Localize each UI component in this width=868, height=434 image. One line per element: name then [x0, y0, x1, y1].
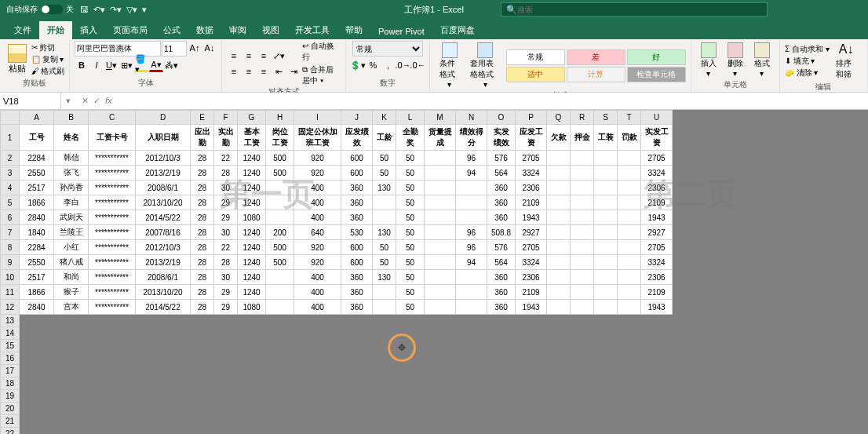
number-format-select[interactable]: 常规 [352, 41, 423, 57]
cell[interactable]: 920 [294, 240, 341, 255]
search-input[interactable] [517, 5, 762, 14]
tab-页面布局[interactable]: 页面布局 [105, 21, 155, 39]
namebox-dropdown-icon[interactable]: ▾ [61, 96, 75, 106]
cell[interactable] [547, 300, 571, 315]
cell[interactable]: 50 [396, 181, 425, 195]
cell[interactable]: 50 [396, 240, 425, 255]
increase-indent-icon[interactable]: ⇥ [286, 64, 301, 78]
cell[interactable] [618, 240, 641, 255]
enter-formula-icon[interactable]: ✓ [93, 96, 100, 106]
row-header-4[interactable]: 4 [1, 181, 20, 195]
cell[interactable] [425, 225, 456, 240]
cell[interactable]: 500 [266, 166, 294, 181]
cell[interactable]: 28 [191, 240, 214, 255]
row-header-11[interactable]: 11 [1, 285, 20, 300]
cell[interactable] [547, 210, 571, 225]
increase-decimal-icon[interactable]: .0→ [396, 58, 410, 72]
cell[interactable] [547, 270, 571, 285]
cell[interactable] [456, 270, 487, 285]
font-size-select[interactable] [162, 41, 187, 57]
cell[interactable]: 50 [373, 255, 396, 270]
cell[interactable]: 564 [487, 166, 516, 181]
cell[interactable]: *********** [89, 255, 136, 270]
cell[interactable] [594, 270, 618, 285]
cell[interactable]: 应出勤 [191, 125, 214, 151]
cell[interactable]: 2008/6/1 [136, 181, 191, 195]
cell[interactable]: 50 [396, 270, 425, 285]
cell[interactable]: 欠款 [547, 125, 571, 151]
cell[interactable] [425, 255, 456, 270]
cell[interactable]: 2109 [516, 285, 547, 300]
cell[interactable]: 96 [456, 225, 487, 240]
cell[interactable] [618, 300, 641, 315]
cell[interactable]: 工装 [594, 125, 618, 151]
cell[interactable]: 400 [294, 210, 341, 225]
cell[interactable]: 工号 [20, 125, 54, 151]
cell[interactable]: 2012/10/3 [136, 240, 191, 255]
cell[interactable]: 50 [396, 195, 425, 210]
cell[interactable]: 50 [396, 255, 425, 270]
cell[interactable] [594, 166, 618, 181]
cell[interactable] [547, 195, 571, 210]
cell[interactable]: 2840 [20, 210, 54, 225]
sort-filter-button[interactable]: A↓排序和筛 [831, 41, 863, 82]
row-header-12[interactable]: 12 [1, 300, 20, 315]
cell[interactable]: 920 [294, 255, 341, 270]
col-header-L[interactable]: L [396, 111, 425, 125]
cell[interactable]: 2927 [641, 225, 673, 240]
style-neutral[interactable]: 适中 [506, 67, 565, 82]
cell[interactable]: 130 [373, 270, 396, 285]
cell[interactable]: 2840 [20, 300, 54, 315]
cell[interactable]: 360 [341, 300, 373, 315]
cell[interactable]: 400 [294, 195, 341, 210]
formula-bar[interactable] [119, 93, 868, 109]
cell[interactable]: 50 [396, 166, 425, 181]
cell[interactable]: 1240 [238, 166, 266, 181]
cell[interactable]: 500 [266, 255, 294, 270]
cell[interactable]: 2008/6/1 [136, 270, 191, 285]
font-color-button[interactable]: A▾ [149, 58, 163, 72]
cell[interactable]: 400 [294, 300, 341, 315]
cell[interactable]: 武则天 [54, 210, 89, 225]
col-header-Q[interactable]: Q [547, 111, 571, 125]
cell[interactable] [425, 151, 456, 166]
align-top-icon[interactable]: ≡ [227, 49, 241, 63]
table-format-button[interactable]: 套用表格格式▾ [465, 41, 504, 90]
cell[interactable] [456, 195, 487, 210]
cell[interactable]: 1840 [20, 225, 54, 240]
row-header-21[interactable]: 21 [1, 415, 20, 428]
cell[interactable]: 宫本 [54, 300, 89, 315]
col-header-H[interactable]: H [266, 111, 294, 125]
name-box[interactable] [0, 93, 61, 109]
tab-百度网盘[interactable]: 百度网盘 [432, 21, 483, 39]
wrap-text-button[interactable]: ↩ 自动换行 [302, 41, 341, 63]
cell[interactable] [571, 285, 594, 300]
tab-数据[interactable]: 数据 [188, 21, 221, 39]
cell[interactable]: 兰陵王 [54, 225, 89, 240]
cell[interactable] [594, 181, 618, 195]
cell[interactable]: 1943 [516, 210, 547, 225]
cell[interactable]: 360 [341, 195, 373, 210]
style-good[interactable]: 好 [627, 49, 686, 65]
tab-帮助[interactable]: 帮助 [337, 21, 370, 39]
conditional-format-button[interactable]: 条件格式▾ [435, 41, 464, 90]
cell[interactable]: 400 [294, 285, 341, 300]
cell[interactable]: 600 [341, 151, 373, 166]
cell[interactable]: 2306 [641, 270, 673, 285]
cell[interactable]: 韩信 [54, 151, 89, 166]
underline-button[interactable]: U▾ [104, 58, 119, 72]
cell[interactable]: 360 [487, 285, 516, 300]
cell[interactable] [266, 300, 294, 315]
cell[interactable] [571, 166, 594, 181]
cell[interactable]: 50 [396, 210, 425, 225]
orientation-icon[interactable]: ⤢▾ [272, 49, 286, 63]
cell[interactable] [618, 210, 641, 225]
cell[interactable] [547, 255, 571, 270]
align-right-icon[interactable]: ≡ [257, 64, 271, 78]
cell[interactable]: 50 [373, 166, 396, 181]
cell[interactable]: 360 [487, 181, 516, 195]
fx-icon[interactable]: fx [105, 96, 112, 106]
cell[interactable] [571, 195, 594, 210]
cell[interactable]: 1240 [238, 270, 266, 285]
cell[interactable]: 2705 [641, 240, 673, 255]
